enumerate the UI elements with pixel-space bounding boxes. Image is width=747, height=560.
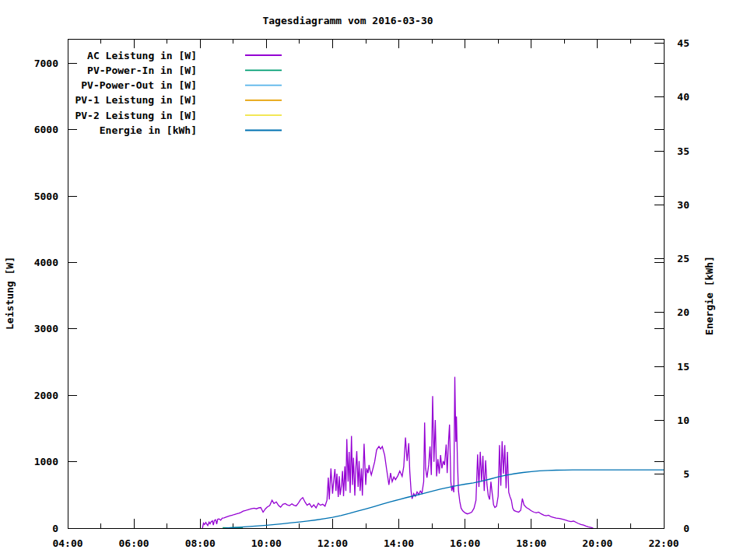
y-right-tick-label: 25 [677,253,689,264]
x-tick-label: 14:00 [384,537,414,549]
y-right-tick-label: 20 [677,306,689,318]
x-tick-label: 04:00 [52,537,82,549]
y-left-tick-label: 3000 [34,323,58,334]
y-right-tick-label: 0 [683,523,689,534]
y-right-tick-label: 10 [677,415,689,426]
gnuplot-daily-diagram: Tagesdiagramm vom 2016-03-30 Leistung [W… [0,0,747,560]
legend-label: PV-Power-Out in [W] [81,79,197,91]
y-right-tick-label: 30 [677,199,689,211]
y-left-axis-label: Leistung [W] [4,257,16,330]
y-left-tick-label: 1000 [34,456,58,467]
x-tick-label: 08:00 [185,537,216,549]
y-right-tick-label: 35 [677,145,689,157]
legend-label: AC Leistung in [W] [87,50,197,61]
x-tick-label: 10:00 [251,537,282,549]
y-right-tick-label: 40 [677,91,689,103]
x-tick-label: 22:00 [648,537,679,549]
legend-label: PV-2 Leistung in [W] [75,110,197,121]
y-right-axis-label: Energie [kWh] [703,256,715,335]
y-left-tick-label: 5000 [34,191,58,202]
y-right-tick-label: 15 [677,361,689,373]
x-tick-label: 12:00 [317,537,348,549]
x-tick-label: 06:00 [119,537,149,549]
x-tick-label: 16:00 [450,537,480,549]
y-left-tick-label: 4000 [34,257,58,268]
y-left-tick-label: 7000 [34,58,58,69]
legend-label: PV-Power-In in [W] [87,65,197,76]
y-left-tick-label: 2000 [34,390,58,401]
x-tick-label: 18:00 [516,537,546,549]
legend-label: PV-1 Leistung in [W] [75,94,197,106]
y-left-tick-label: 0 [52,523,58,534]
x-tick-label: 20:00 [582,537,612,549]
chart-title: Tagesdiagramm vom 2016-03-30 [262,15,433,26]
y-left-tick-label: 6000 [34,124,58,135]
legend-label: Energie in [kWh] [100,124,197,136]
y-right-tick-label: 5 [683,468,689,480]
y-right-tick-label: 45 [677,37,689,49]
chart-canvas: Tagesdiagramm vom 2016-03-30 Leistung [W… [0,0,747,560]
